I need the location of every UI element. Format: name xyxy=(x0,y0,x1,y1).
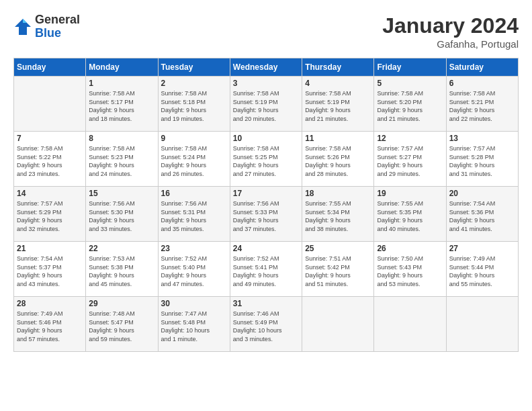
day-number: 6 xyxy=(449,79,515,88)
day-cell xyxy=(446,297,518,352)
day-number: 9 xyxy=(161,134,227,143)
day-info: Sunrise: 7:56 AM Sunset: 5:31 PM Dayligh… xyxy=(161,199,227,233)
day-number: 13 xyxy=(449,134,515,143)
logo: General Blue xyxy=(13,13,80,40)
day-number: 5 xyxy=(377,79,443,88)
day-cell: 24Sunrise: 7:52 AM Sunset: 5:41 PM Dayli… xyxy=(230,242,302,297)
day-cell: 4Sunrise: 7:58 AM Sunset: 5:19 PM Daylig… xyxy=(302,77,374,132)
page: General Blue January 2024 Gafanha, Portu… xyxy=(0,0,532,411)
col-thursday: Thursday xyxy=(302,58,374,77)
day-info: Sunrise: 7:58 AM Sunset: 5:20 PM Dayligh… xyxy=(377,89,443,123)
day-number: 26 xyxy=(377,244,443,253)
day-cell: 31Sunrise: 7:46 AM Sunset: 5:49 PM Dayli… xyxy=(230,297,302,352)
day-info: Sunrise: 7:55 AM Sunset: 5:35 PM Dayligh… xyxy=(377,199,443,233)
day-cell: 6Sunrise: 7:58 AM Sunset: 5:21 PM Daylig… xyxy=(446,77,518,132)
day-cell: 15Sunrise: 7:56 AM Sunset: 5:30 PM Dayli… xyxy=(86,187,158,242)
day-cell: 9Sunrise: 7:58 AM Sunset: 5:24 PM Daylig… xyxy=(158,132,230,187)
day-number: 25 xyxy=(305,244,371,253)
week-row-5: 28Sunrise: 7:49 AM Sunset: 5:46 PM Dayli… xyxy=(14,297,519,352)
day-info: Sunrise: 7:52 AM Sunset: 5:41 PM Dayligh… xyxy=(233,255,299,288)
day-cell: 8Sunrise: 7:58 AM Sunset: 5:23 PM Daylig… xyxy=(86,132,158,187)
day-number: 3 xyxy=(233,79,299,88)
day-cell: 29Sunrise: 7:48 AM Sunset: 5:47 PM Dayli… xyxy=(86,297,158,352)
day-number: 19 xyxy=(377,189,443,198)
day-number: 27 xyxy=(449,244,515,253)
day-info: Sunrise: 7:55 AM Sunset: 5:34 PM Dayligh… xyxy=(305,199,371,233)
day-number: 30 xyxy=(161,299,227,308)
header: General Blue January 2024 Gafanha, Portu… xyxy=(13,13,519,50)
day-info: Sunrise: 7:58 AM Sunset: 5:23 PM Dayligh… xyxy=(89,144,154,178)
day-number: 31 xyxy=(233,299,299,308)
calendar-table: Sunday Monday Tuesday Wednesday Thursday… xyxy=(13,58,519,352)
calendar-body: 1Sunrise: 7:58 AM Sunset: 5:17 PM Daylig… xyxy=(14,77,519,352)
day-info: Sunrise: 7:58 AM Sunset: 5:25 PM Dayligh… xyxy=(233,144,299,178)
day-number: 21 xyxy=(17,244,83,253)
day-number: 15 xyxy=(89,189,154,198)
day-cell: 28Sunrise: 7:49 AM Sunset: 5:46 PM Dayli… xyxy=(14,297,86,352)
title-block: January 2024 Gafanha, Portugal xyxy=(382,13,519,50)
day-number: 17 xyxy=(233,189,299,198)
day-cell: 23Sunrise: 7:52 AM Sunset: 5:40 PM Dayli… xyxy=(158,242,230,297)
day-cell: 25Sunrise: 7:51 AM Sunset: 5:42 PM Dayli… xyxy=(302,242,374,297)
col-sunday: Sunday xyxy=(14,58,86,77)
day-cell: 21Sunrise: 7:54 AM Sunset: 5:37 PM Dayli… xyxy=(14,242,86,297)
day-number: 28 xyxy=(17,299,83,308)
col-tuesday: Tuesday xyxy=(158,58,230,77)
col-monday: Monday xyxy=(86,58,158,77)
logo-icon xyxy=(13,17,32,36)
day-number: 7 xyxy=(17,134,83,143)
day-number: 24 xyxy=(233,244,299,253)
day-cell: 27Sunrise: 7:49 AM Sunset: 5:44 PM Dayli… xyxy=(446,242,518,297)
day-cell: 13Sunrise: 7:57 AM Sunset: 5:28 PM Dayli… xyxy=(446,132,518,187)
day-cell: 22Sunrise: 7:53 AM Sunset: 5:38 PM Dayli… xyxy=(86,242,158,297)
location: Gafanha, Portugal xyxy=(382,38,519,50)
day-info: Sunrise: 7:58 AM Sunset: 5:17 PM Dayligh… xyxy=(89,89,154,123)
month-title: January 2024 xyxy=(382,13,519,38)
col-friday: Friday xyxy=(374,58,446,77)
logo-blue-text: Blue xyxy=(35,27,80,40)
calendar-header: Sunday Monday Tuesday Wednesday Thursday… xyxy=(14,58,519,77)
day-number: 1 xyxy=(89,79,154,88)
day-info: Sunrise: 7:58 AM Sunset: 5:22 PM Dayligh… xyxy=(17,144,83,178)
day-number: 11 xyxy=(305,134,371,143)
day-cell: 26Sunrise: 7:50 AM Sunset: 5:43 PM Dayli… xyxy=(374,242,446,297)
day-info: Sunrise: 7:47 AM Sunset: 5:48 PM Dayligh… xyxy=(161,310,227,343)
day-cell: 1Sunrise: 7:58 AM Sunset: 5:17 PM Daylig… xyxy=(86,77,158,132)
day-info: Sunrise: 7:50 AM Sunset: 5:43 PM Dayligh… xyxy=(377,255,443,288)
col-wednesday: Wednesday xyxy=(230,58,302,77)
day-info: Sunrise: 7:58 AM Sunset: 5:18 PM Dayligh… xyxy=(161,89,227,123)
day-number: 18 xyxy=(305,189,371,198)
day-number: 20 xyxy=(449,189,515,198)
day-cell: 18Sunrise: 7:55 AM Sunset: 5:34 PM Dayli… xyxy=(302,187,374,242)
day-info: Sunrise: 7:58 AM Sunset: 5:21 PM Dayligh… xyxy=(449,89,515,123)
day-cell: 30Sunrise: 7:47 AM Sunset: 5:48 PM Dayli… xyxy=(158,297,230,352)
day-cell xyxy=(14,77,86,132)
day-info: Sunrise: 7:48 AM Sunset: 5:47 PM Dayligh… xyxy=(89,310,154,343)
day-cell: 17Sunrise: 7:56 AM Sunset: 5:33 PM Dayli… xyxy=(230,187,302,242)
day-number: 16 xyxy=(161,189,227,198)
day-info: Sunrise: 7:54 AM Sunset: 5:36 PM Dayligh… xyxy=(449,199,515,233)
day-info: Sunrise: 7:51 AM Sunset: 5:42 PM Dayligh… xyxy=(305,255,371,288)
day-cell: 16Sunrise: 7:56 AM Sunset: 5:31 PM Dayli… xyxy=(158,187,230,242)
day-info: Sunrise: 7:57 AM Sunset: 5:27 PM Dayligh… xyxy=(377,144,443,178)
day-cell: 19Sunrise: 7:55 AM Sunset: 5:35 PM Dayli… xyxy=(374,187,446,242)
day-cell xyxy=(374,297,446,352)
day-cell: 3Sunrise: 7:58 AM Sunset: 5:19 PM Daylig… xyxy=(230,77,302,132)
day-number: 12 xyxy=(377,134,443,143)
day-number: 22 xyxy=(89,244,154,253)
day-info: Sunrise: 7:56 AM Sunset: 5:30 PM Dayligh… xyxy=(89,199,154,233)
day-info: Sunrise: 7:57 AM Sunset: 5:29 PM Dayligh… xyxy=(17,199,83,233)
day-cell: 7Sunrise: 7:58 AM Sunset: 5:22 PM Daylig… xyxy=(14,132,86,187)
day-cell: 12Sunrise: 7:57 AM Sunset: 5:27 PM Dayli… xyxy=(374,132,446,187)
day-info: Sunrise: 7:49 AM Sunset: 5:46 PM Dayligh… xyxy=(17,310,83,343)
day-info: Sunrise: 7:58 AM Sunset: 5:19 PM Dayligh… xyxy=(233,89,299,123)
week-row-2: 7Sunrise: 7:58 AM Sunset: 5:22 PM Daylig… xyxy=(14,132,519,187)
day-number: 10 xyxy=(233,134,299,143)
day-cell: 2Sunrise: 7:58 AM Sunset: 5:18 PM Daylig… xyxy=(158,77,230,132)
day-info: Sunrise: 7:46 AM Sunset: 5:49 PM Dayligh… xyxy=(233,310,299,343)
svg-marker-1 xyxy=(23,19,27,23)
day-cell: 14Sunrise: 7:57 AM Sunset: 5:29 PM Dayli… xyxy=(14,187,86,242)
day-info: Sunrise: 7:52 AM Sunset: 5:40 PM Dayligh… xyxy=(161,255,227,288)
logo-general-text: General xyxy=(35,13,80,27)
day-number: 4 xyxy=(305,79,371,88)
